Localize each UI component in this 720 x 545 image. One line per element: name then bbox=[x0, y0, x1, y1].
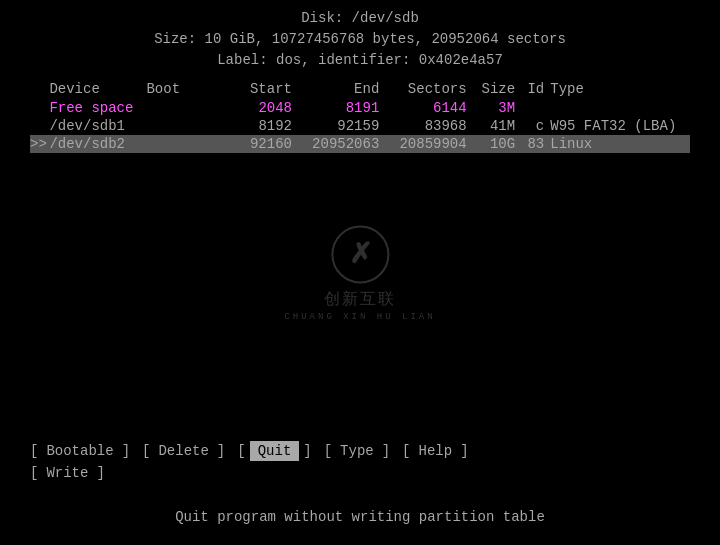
row-sectors: 83968 bbox=[379, 118, 466, 134]
size-line: Size: 10 GiB, 10727456768 bytes, 2095206… bbox=[0, 29, 720, 50]
column-headers: Device Boot Start End Sectors Size Id Ty… bbox=[30, 79, 690, 99]
label-line: Label: dos, identifier: 0x402e4a57 bbox=[0, 50, 720, 71]
btn-bracket-close: ] bbox=[303, 443, 311, 459]
row-type: W95 FAT32 (LBA) bbox=[544, 118, 690, 134]
row-end: 20952063 bbox=[292, 136, 379, 152]
btn-bracket-open: [ bbox=[142, 443, 150, 459]
btn-bracket-open: [ bbox=[30, 443, 38, 459]
col-header-type: Type bbox=[544, 81, 690, 97]
row-end: 8191 bbox=[292, 100, 379, 116]
btn-label[interactable]: Delete bbox=[154, 443, 212, 459]
row-device: Free space bbox=[49, 100, 146, 116]
partition-table: Device Boot Start End Sectors Size Id Ty… bbox=[0, 79, 720, 153]
row-device: /dev/sdb1 bbox=[49, 118, 146, 134]
col-header-size: Size bbox=[467, 81, 516, 97]
btn-bracket-open: [ bbox=[402, 443, 410, 459]
btn-label[interactable]: Bootable bbox=[42, 443, 117, 459]
btn-label[interactable]: Type bbox=[336, 443, 378, 459]
row-start: 2048 bbox=[205, 100, 292, 116]
btn-bracket-close: ] bbox=[217, 443, 225, 459]
disk-label: Disk: /dev/sdb bbox=[0, 8, 720, 29]
screen: Disk: /dev/sdb Size: 10 GiB, 10727456768… bbox=[0, 0, 720, 545]
status-text: Quit program without writing partition t… bbox=[175, 509, 545, 525]
status-bar: Quit program without writing partition t… bbox=[0, 509, 720, 525]
row-size: 3M bbox=[467, 100, 516, 116]
col-header-boot: Boot bbox=[146, 81, 204, 97]
btn-label[interactable]: Write bbox=[42, 465, 92, 481]
row-end: 92159 bbox=[292, 118, 379, 134]
row-size: 41M bbox=[467, 118, 516, 134]
svg-text:✗: ✗ bbox=[349, 237, 372, 268]
row-device: /dev/sdb2 bbox=[49, 136, 146, 152]
button-row-2: [ Write ] bbox=[30, 465, 690, 481]
partition-rows: Free space2048819161443M/dev/sdb18192921… bbox=[30, 99, 690, 153]
row-sectors: 20859904 bbox=[379, 136, 466, 152]
row-type: Linux bbox=[544, 136, 690, 152]
row-sectors: 6144 bbox=[379, 100, 466, 116]
watermark-logo-icon: ✗ bbox=[330, 224, 390, 284]
col-header-id: Id bbox=[515, 81, 544, 97]
col-header-start: Start bbox=[205, 81, 292, 97]
watermark-cn-text: 创新互联 bbox=[324, 288, 396, 309]
row-arrow: >> bbox=[30, 136, 49, 152]
btn-bracket-open: [ bbox=[324, 443, 332, 459]
btn-bracket-close: ] bbox=[382, 443, 390, 459]
btn-bracket-open: [ bbox=[237, 443, 245, 459]
table-row[interactable]: >>/dev/sdb292160209520632085990410G83Lin… bbox=[30, 135, 690, 153]
watermark-en-text: CHUANG XIN HU LIAN bbox=[284, 311, 435, 321]
col-header-device: Device bbox=[49, 81, 146, 97]
table-row[interactable]: /dev/sdb18192921598396841McW95 FAT32 (LB… bbox=[30, 117, 690, 135]
btn-bracket-open: [ bbox=[30, 465, 38, 481]
row-id: c bbox=[515, 118, 544, 134]
row-start: 92160 bbox=[205, 136, 292, 152]
watermark: ✗ 创新互联 CHUANG XIN HU LIAN bbox=[284, 224, 435, 321]
table-row[interactable]: Free space2048819161443M bbox=[30, 99, 690, 117]
btn-label[interactable]: Help bbox=[415, 443, 457, 459]
btn-bracket-close: ] bbox=[122, 443, 130, 459]
header: Disk: /dev/sdb Size: 10 GiB, 10727456768… bbox=[0, 0, 720, 71]
row-size: 10G bbox=[467, 136, 516, 152]
btn-label[interactable]: Quit bbox=[250, 441, 300, 461]
button-row-1: [ Bootable ][ Delete ][ Quit ][ Type ][ … bbox=[30, 441, 690, 461]
bottom-buttons: [ Bootable ][ Delete ][ Quit ][ Type ][ … bbox=[0, 441, 720, 485]
btn-bracket-close: ] bbox=[96, 465, 104, 481]
svg-point-0 bbox=[332, 226, 388, 282]
row-id: 83 bbox=[515, 136, 544, 152]
row-start: 8192 bbox=[205, 118, 292, 134]
btn-bracket-close: ] bbox=[460, 443, 468, 459]
col-header-sectors: Sectors bbox=[379, 81, 466, 97]
col-header-end: End bbox=[292, 81, 379, 97]
